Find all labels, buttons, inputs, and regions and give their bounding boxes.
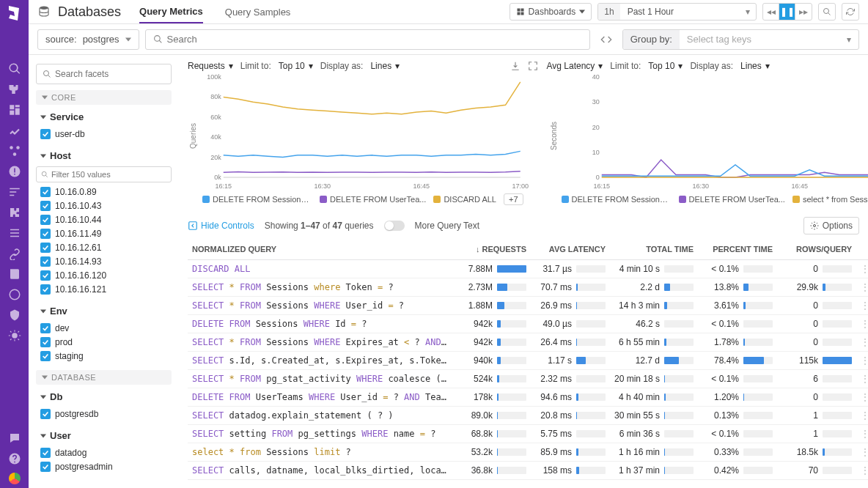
host-filter-input[interactable] (51, 170, 166, 179)
help-icon[interactable] (8, 452, 21, 465)
facet-item[interactable]: postgresdb (40, 407, 172, 421)
table-row[interactable]: SELECT * FROM Sessions WHERE User_id = ?… (188, 297, 868, 315)
search-icon[interactable] (8, 62, 21, 75)
chart-icon[interactable] (8, 124, 21, 137)
facet-group-host[interactable]: Host (36, 148, 172, 163)
row-menu-button[interactable]: ⋮ (856, 315, 868, 333)
book-icon[interactable] (8, 267, 21, 281)
table-row[interactable]: DELETE FROM Sessions WHERE Id = ?942k49.… (188, 315, 868, 333)
limit-selector[interactable]: Top 10 ▾ (648, 61, 683, 71)
table-row[interactable]: SELECT setting FROM pg_settings WHERE na… (188, 425, 868, 443)
row-menu-button[interactable]: ⋮ (856, 278, 868, 297)
facet-item[interactable]: staging (40, 349, 172, 363)
col-percent[interactable]: PERCENT TIME (698, 239, 777, 260)
col-total[interactable]: TOTAL TIME (610, 239, 698, 260)
facet-item[interactable]: postgresadmin (40, 459, 172, 473)
table-row[interactable]: SELECT * FROM Sessions WHERE Expires_at … (188, 333, 868, 352)
facet-item[interactable]: 10.16.12.61 (40, 240, 172, 254)
bug-icon[interactable] (8, 329, 21, 342)
table-row[interactable]: select * from Sessions limit ?53.2k85.9 … (188, 443, 868, 462)
facet-item[interactable]: 10.16.0.89 (40, 185, 172, 199)
facet-item[interactable]: user-db (40, 127, 172, 141)
time-range-picker[interactable]: 1h Past 1 Hour ▾ (597, 3, 757, 21)
col-requests[interactable]: ↓ REQUESTS (452, 239, 531, 260)
row-menu-button[interactable]: ⋮ (856, 352, 868, 370)
legend-item[interactable]: DELETE FROM UserTea... (679, 195, 785, 204)
row-menu-button[interactable]: ⋮ (856, 462, 868, 480)
hide-controls-button[interactable]: Hide Controls (188, 221, 254, 231)
host-filter-box[interactable] (36, 166, 172, 182)
search-input[interactable] (167, 34, 582, 45)
tab-query-metrics[interactable]: Query Metrics (139, 0, 203, 23)
col-query[interactable]: NORMALIZED QUERY (188, 239, 452, 260)
col-rows[interactable]: ROWS/QUERY (777, 239, 856, 260)
facet-group-env[interactable]: Env (36, 303, 172, 319)
facet-cat-database[interactable]: DATABASE (36, 370, 172, 385)
dashboard-icon[interactable] (8, 103, 21, 117)
list-icon[interactable] (8, 226, 21, 240)
table-row[interactable]: DELETE FROM UserTeams WHERE User_id = ? … (188, 388, 868, 407)
alert-icon[interactable] (8, 165, 21, 178)
more-query-text-toggle[interactable] (384, 221, 405, 231)
metric-selector-requests[interactable]: Requests ▾ (188, 61, 233, 71)
row-menu-button[interactable]: ⋮ (856, 333, 868, 352)
refresh-button[interactable] (842, 3, 859, 21)
legend-more-button[interactable]: +7 (504, 193, 523, 205)
forward-button[interactable]: ▸▸ (795, 4, 812, 20)
facet-item[interactable]: 10.16.16.120 (40, 268, 172, 282)
rewind-button[interactable]: ◂◂ (763, 4, 779, 20)
pause-button[interactable]: ❚❚ (779, 4, 795, 20)
facet-item[interactable]: 10.16.10.43 (40, 199, 172, 212)
legend-item[interactable]: DELETE FROM Sessions ... (562, 195, 672, 204)
binoculars-icon[interactable] (8, 83, 21, 96)
facet-group-user[interactable]: User (36, 428, 172, 443)
table-row[interactable]: SELECT calls, datname, local_blks_dirtie… (188, 462, 868, 480)
shield-icon[interactable] (8, 308, 21, 322)
chat-icon[interactable] (8, 432, 21, 445)
source-selector[interactable]: source: postgres (37, 29, 139, 50)
legend-item[interactable]: DELETE FROM UserTea... (320, 195, 426, 204)
group-by-selector[interactable]: Group by: Select tag keys ▾ (622, 29, 859, 50)
facet-search-box[interactable] (36, 64, 172, 84)
facet-group-service[interactable]: Service (36, 109, 172, 125)
link-icon[interactable] (8, 247, 21, 260)
row-menu-button[interactable]: ⋮ (856, 443, 868, 462)
code-toggle-button[interactable] (596, 29, 617, 50)
legend-item[interactable]: DELETE FROM Sessions ... (202, 195, 312, 204)
row-menu-button[interactable]: ⋮ (856, 260, 868, 278)
metric-selector-latency[interactable]: Avg Latency ▾ (547, 61, 603, 71)
expand-icon[interactable] (528, 61, 538, 71)
services-icon[interactable] (8, 144, 21, 158)
tab-query-samples[interactable]: Query Samples (225, 0, 291, 23)
radar-icon[interactable] (8, 288, 21, 301)
row-menu-button[interactable]: ⋮ (856, 407, 868, 425)
table-row[interactable]: DISCARD ALL7.88M31.7 µs4 min 10 s< 0.1%0… (188, 260, 868, 278)
facet-item[interactable]: 10.16.10.44 (40, 212, 172, 226)
display-selector[interactable]: Lines ▾ (370, 61, 400, 71)
facet-item[interactable]: prod (40, 335, 172, 349)
facet-group-db[interactable]: Db (36, 389, 172, 404)
facet-item[interactable]: 10.16.11.49 (40, 226, 172, 240)
row-menu-button[interactable]: ⋮ (856, 370, 868, 388)
limit-selector[interactable]: Top 10 ▾ (279, 61, 313, 71)
export-icon[interactable] (510, 61, 521, 71)
legend-item[interactable]: select * from Sessions l... (792, 195, 868, 204)
table-row[interactable]: SELECT * FROM Sessions where Token = ?2.… (188, 278, 868, 297)
table-row[interactable]: SELECT * FROM pg_stat_activity WHERE coa… (188, 370, 868, 388)
legend-item[interactable]: DISCARD ALL (433, 195, 496, 204)
row-menu-button[interactable]: ⋮ (856, 388, 868, 407)
row-menu-button[interactable]: ⋮ (856, 297, 868, 315)
facet-item[interactable]: 10.16.16.121 (40, 282, 172, 296)
col-latency[interactable]: AVG LATENCY (531, 239, 610, 260)
facet-cat-core[interactable]: CORE (36, 90, 172, 105)
table-row[interactable]: SELECT s.Id, s.Created_at, s.Expires_at,… (188, 352, 868, 370)
facet-search-input[interactable] (55, 69, 165, 79)
display-selector[interactable]: Lines ▾ (740, 61, 770, 71)
row-menu-button[interactable]: ⋮ (856, 425, 868, 443)
search-box[interactable] (145, 29, 590, 50)
puzzle-icon[interactable] (8, 206, 21, 219)
traces-icon[interactable] (8, 185, 21, 199)
table-row[interactable]: SELECT datadog.explain_statement ( ? )89… (188, 407, 868, 425)
facet-item[interactable]: dev (40, 321, 172, 335)
zoom-button[interactable] (818, 3, 836, 21)
